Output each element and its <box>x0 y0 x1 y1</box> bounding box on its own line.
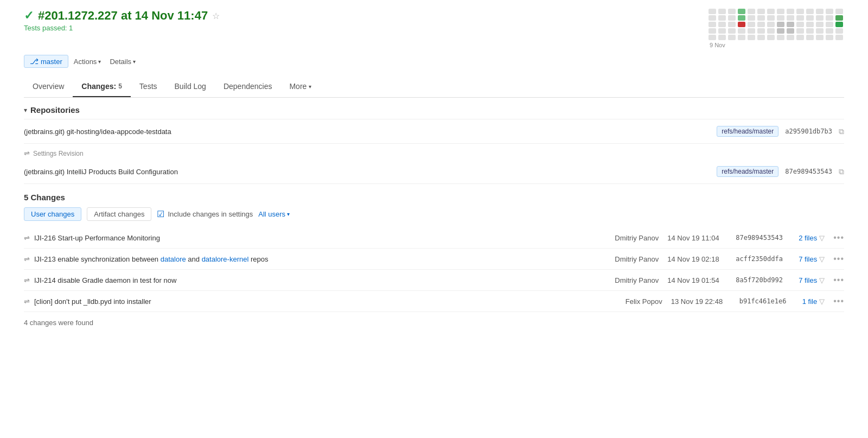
heatmap-cell <box>718 15 726 21</box>
repo-row: (jetbrains.git) git-hosting/idea-appcode… <box>24 119 844 144</box>
changes-footer: 4 changes were found <box>24 312 844 333</box>
repositories-chevron-icon[interactable]: ▾ <box>24 106 27 114</box>
heatmap-cell <box>718 22 726 27</box>
change-type-icon: ⇌ <box>24 234 30 242</box>
heatmap-cell <box>718 9 726 14</box>
heatmap-cell <box>777 22 784 27</box>
change-files[interactable]: 7 files ▽ <box>799 276 825 284</box>
change-row: ⇌ IJI-213 enable synchronization between… <box>24 249 844 270</box>
heatmap-cell <box>718 35 726 40</box>
details-chevron-icon: ▾ <box>133 59 136 65</box>
change-more-button[interactable]: ••• <box>833 254 844 264</box>
tab-dependencies[interactable]: Dependencies <box>215 77 281 97</box>
tab-more[interactable]: More ▾ <box>280 77 320 97</box>
heatmap-cell <box>738 28 745 34</box>
copy-icon[interactable]: ⧉ <box>839 167 844 176</box>
copy-icon[interactable]: ⧉ <box>839 127 844 136</box>
change-hash: b91fc461e1e6 <box>739 297 794 305</box>
heatmap-cell <box>796 35 804 40</box>
change-more-button[interactable]: ••• <box>833 233 844 243</box>
repo-name: (jetbrains.git) git-hosting/idea-appcode… <box>24 128 171 136</box>
change-hash: 8a5f720bd992 <box>736 276 790 284</box>
tab-buildlog[interactable]: Build Log <box>166 77 215 97</box>
files-expand-icon[interactable]: ▽ <box>819 234 825 242</box>
heatmap-date-label: 9 Nov <box>709 42 844 48</box>
heatmap-cell <box>767 9 775 14</box>
change-date: 14 Nov 19 11:04 <box>667 234 727 242</box>
repositories-title: Repositories <box>30 105 80 115</box>
heatmap-cell <box>748 35 755 40</box>
tab-bar: Overview Changes: 5 Tests Build Log Depe… <box>24 77 844 98</box>
files-expand-icon[interactable]: ▽ <box>819 276 825 284</box>
heatmap-cell <box>748 28 755 34</box>
settings-revision-label: Settings Revision <box>33 150 84 157</box>
heatmap-cell <box>728 15 736 21</box>
repositories-section-header: ▾ Repositories <box>24 98 844 119</box>
include-settings-checkbox-label[interactable]: ☑ Include changes in settings <box>157 209 253 219</box>
heatmap-cell <box>748 15 755 21</box>
change-more-button[interactable]: ••• <box>833 275 844 285</box>
actions-label: Actions <box>74 58 97 66</box>
heatmap-cell <box>787 35 794 40</box>
heatmap-cell <box>826 35 833 40</box>
heatmap-cell <box>767 15 775 21</box>
star-icon[interactable]: ☆ <box>212 11 220 21</box>
heatmap-cell <box>777 35 784 40</box>
tab-overview[interactable]: Overview <box>24 77 73 97</box>
actions-chevron-icon: ▾ <box>98 59 101 65</box>
heatmap-cell <box>767 35 775 40</box>
all-users-button[interactable]: All users ▾ <box>258 210 290 218</box>
heatmap-cell <box>835 35 843 40</box>
more-chevron-icon: ▾ <box>309 84 311 90</box>
details-label: Details <box>110 58 131 66</box>
change-date: 14 Nov 19 01:54 <box>667 276 727 284</box>
settings-icon: ⇌ <box>24 149 30 157</box>
files-expand-icon[interactable]: ▽ <box>819 255 825 263</box>
change-hash: 87e989453543 <box>736 234 790 242</box>
tab-tests[interactable]: Tests <box>131 77 166 97</box>
change-row: ⇌ IJI-214 disable Gradle daemon in test … <box>24 270 844 291</box>
heatmap-cell <box>709 28 716 34</box>
change-type-icon: ⇌ <box>24 276 30 284</box>
heatmap-cell <box>757 9 765 14</box>
heatmap-cell <box>738 22 745 27</box>
change-row: ⇌ IJI-216 Start-up Performance Monitorin… <box>24 227 844 249</box>
heatmap-cell <box>728 9 736 14</box>
heatmap-cell <box>787 15 794 21</box>
heatmap-cell <box>757 35 765 40</box>
change-more-button[interactable]: ••• <box>833 296 844 306</box>
ref-badge: refs/heads/master <box>717 166 778 177</box>
heatmap-cell <box>796 15 804 21</box>
heatmap-cell <box>796 22 804 27</box>
heatmap-cell <box>777 15 784 21</box>
commit-hash: 87e989453543 <box>785 168 832 175</box>
heatmap-cell <box>806 22 814 27</box>
check-circle-icon: ✓ <box>24 9 34 23</box>
heatmap-cell <box>709 35 716 40</box>
change-files[interactable]: 2 files ▽ <box>799 234 825 242</box>
heatmap-cell <box>767 28 775 34</box>
datalore-kernel-link[interactable]: datalore-kernel <box>202 255 249 263</box>
artifact-changes-button[interactable]: Artifact changes <box>87 207 151 221</box>
heatmap-cell <box>806 28 814 34</box>
user-changes-button[interactable]: User changes <box>24 207 81 221</box>
heatmap-cell <box>826 9 833 14</box>
datalore-link[interactable]: datalore <box>161 255 186 263</box>
change-date: 14 Nov 19 02:18 <box>667 255 727 263</box>
actions-button[interactable]: Actions ▾ <box>71 56 105 67</box>
change-title: IJI-213 enable synchronization between d… <box>34 255 268 263</box>
branch-button[interactable]: ⎇ master <box>24 55 68 68</box>
change-files[interactable]: 7 files ▽ <box>799 255 825 263</box>
checkbox-checked-icon: ☑ <box>157 209 164 219</box>
change-files[interactable]: 1 file ▽ <box>802 297 825 306</box>
heatmap-cell <box>806 9 814 14</box>
heatmap-cell <box>767 22 775 27</box>
all-users-label: All users <box>258 210 285 218</box>
files-expand-icon[interactable]: ▽ <box>819 297 825 306</box>
tab-changes[interactable]: Changes: 5 <box>73 77 130 97</box>
heatmap-cell <box>787 22 794 27</box>
details-button[interactable]: Details ▾ <box>106 56 139 67</box>
change-author: Felix Popov <box>603 297 662 306</box>
heatmap-cell <box>816 15 824 21</box>
change-title: IJI-216 Start-up Performance Monitoring <box>34 234 160 242</box>
